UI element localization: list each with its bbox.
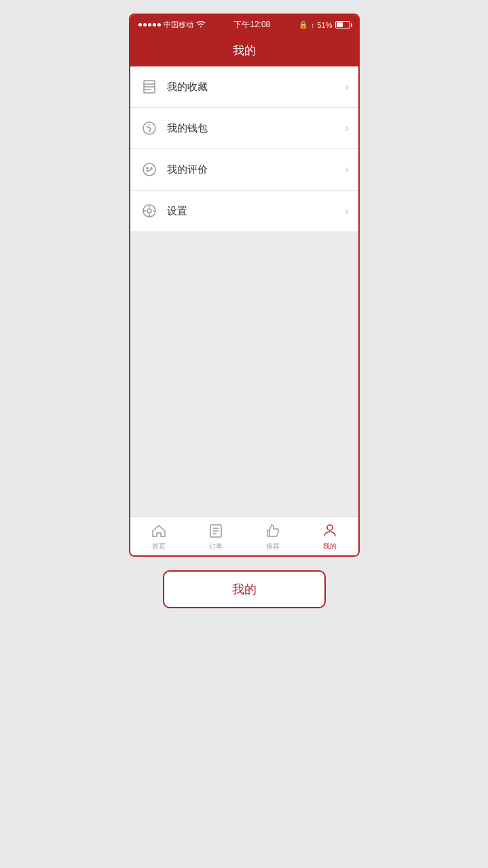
tab-order[interactable]: 订单 bbox=[195, 522, 236, 551]
app-header: 我的 bbox=[130, 35, 358, 66]
home-tab-label: 首页 bbox=[152, 542, 166, 551]
svg-point-9 bbox=[151, 167, 152, 169]
mine-tab-label: 我的 bbox=[323, 542, 337, 551]
review-icon bbox=[140, 160, 159, 179]
settings-label: 设置 bbox=[167, 205, 345, 218]
order-tab-label: 订单 bbox=[209, 542, 223, 551]
bookmark-icon bbox=[140, 77, 159, 96]
menu-item-favorites[interactable]: 我的收藏 › bbox=[130, 66, 358, 108]
bottom-button-label: 我的 bbox=[232, 583, 257, 596]
svg-point-7 bbox=[143, 163, 155, 176]
wallet-icon bbox=[140, 119, 159, 138]
status-bar: 中国移动 下午12:08 🔒 ↑ 51% bbox=[130, 15, 358, 35]
wallet-label: 我的钱包 bbox=[167, 122, 345, 135]
menu-item-wallet[interactable]: 我的钱包 › bbox=[130, 108, 358, 149]
arrow-icon-settings: › bbox=[345, 205, 348, 217]
order-icon bbox=[207, 522, 225, 540]
signal-dots bbox=[138, 23, 161, 26]
tab-recommend[interactable]: 推荐 bbox=[252, 522, 293, 551]
phone-frame: 中国移动 下午12:08 🔒 ↑ 51% 我的 bbox=[129, 14, 360, 557]
tab-bar: 首页 订单 bbox=[130, 516, 358, 555]
bottom-button[interactable]: 我的 bbox=[163, 570, 326, 608]
svg-point-8 bbox=[147, 167, 148, 169]
lock-icon: 🔒 bbox=[299, 20, 308, 29]
battery-percent: 51% bbox=[317, 21, 332, 29]
location-icon: ↑ bbox=[311, 21, 315, 29]
carrier-label: 中国移动 bbox=[164, 20, 193, 30]
svg-point-23 bbox=[327, 525, 333, 530]
status-right: 🔒 ↑ 51% bbox=[299, 20, 350, 29]
arrow-icon-review: › bbox=[345, 163, 348, 176]
thumb-icon bbox=[264, 522, 282, 540]
tab-home[interactable]: 首页 bbox=[138, 522, 179, 551]
gray-area bbox=[130, 231, 358, 516]
arrow-icon-favorites: › bbox=[345, 81, 348, 93]
recommend-tab-label: 推荐 bbox=[266, 542, 280, 551]
wifi-icon bbox=[196, 20, 206, 30]
status-left: 中国移动 bbox=[138, 20, 206, 30]
tab-mine[interactable]: 我的 bbox=[309, 522, 350, 551]
person-icon bbox=[321, 522, 339, 540]
battery-icon bbox=[335, 21, 350, 28]
menu-item-settings[interactable]: 设置 › bbox=[130, 191, 358, 231]
page-title: 我的 bbox=[233, 44, 256, 57]
arrow-icon-wallet: › bbox=[345, 122, 348, 134]
review-label: 我的评价 bbox=[167, 163, 345, 176]
time-display: 下午12:08 bbox=[233, 19, 270, 31]
phone-wrapper: 中国移动 下午12:08 🔒 ↑ 51% 我的 bbox=[122, 0, 367, 629]
menu-list: 我的收藏 › 我的钱包 › bbox=[130, 66, 358, 231]
svg-point-11 bbox=[147, 209, 151, 213]
home-icon bbox=[150, 522, 168, 540]
favorites-label: 我的收藏 bbox=[167, 81, 345, 94]
settings-icon bbox=[140, 201, 159, 220]
menu-item-review[interactable]: 我的评价 › bbox=[130, 149, 358, 191]
